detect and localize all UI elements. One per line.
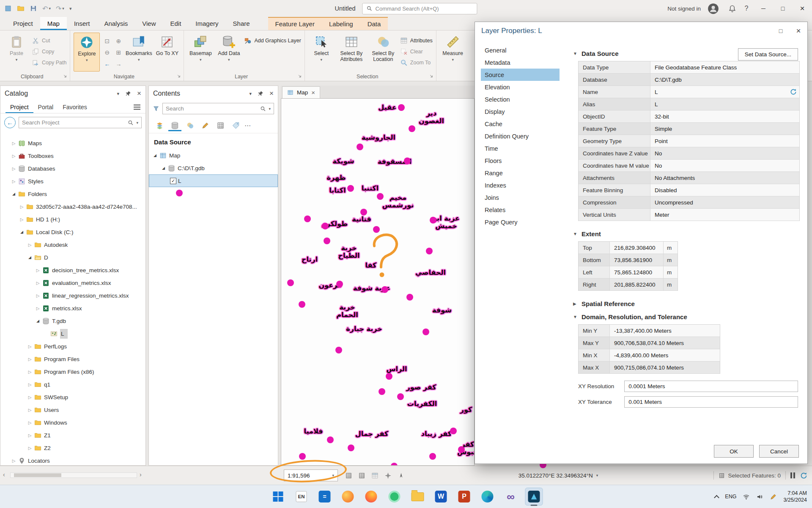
catalog-item-evaluation-metrics-xlsx[interactable]: ▷evaluation_metrics.xlsx (0, 276, 145, 289)
contents-pin-icon[interactable] (258, 91, 263, 97)
ribbon-tab-insert[interactable]: Insert (67, 17, 97, 30)
copy-button[interactable]: Copy (32, 48, 66, 55)
contents-close-icon[interactable]: × (269, 89, 274, 98)
expander-icon[interactable]: ▷ (26, 433, 33, 438)
properties-nav-indexes[interactable]: Indexes (481, 179, 560, 191)
taskbar-icon-firefox[interactable] (363, 488, 380, 505)
contents-item-gdb[interactable]: ◢ C:\D\T.gdb (149, 162, 278, 174)
catalog-item-maps[interactable]: ▷Maps (0, 137, 145, 149)
ribbon-tab-project[interactable]: Project (6, 17, 40, 30)
add-graphics-layer-button[interactable]: Add Graphics Layer (244, 37, 301, 44)
expander-icon[interactable]: ◢ (18, 230, 25, 234)
catalog-item-z1[interactable]: ▷Z1 (0, 429, 145, 442)
catalog-item-users[interactable]: ▷Users (0, 403, 145, 416)
properties-nav-general[interactable]: General (481, 44, 560, 56)
cancel-button[interactable]: Cancel (759, 445, 799, 458)
expander-icon[interactable]: ▷ (10, 458, 17, 463)
search-caret-icon[interactable]: ▾ (269, 107, 271, 111)
ok-button[interactable]: OK (714, 445, 754, 458)
expander-icon[interactable]: ▷ (10, 141, 17, 146)
properties-nav-relates[interactable]: Relates (481, 204, 560, 216)
open-project-icon[interactable] (17, 5, 25, 12)
list-by-editing-icon[interactable] (199, 120, 212, 131)
expander-icon[interactable]: ▷ (18, 204, 25, 209)
properties-nav-joins[interactable]: Joins (481, 191, 560, 204)
catalog-item-linear-regression-metrics-xlsx[interactable]: ▷linear_regression_metrics.xlsx (0, 289, 145, 302)
save-project-icon[interactable] (30, 5, 37, 12)
properties-nav-cache[interactable]: Cache (481, 118, 560, 130)
ribbon-tab-share[interactable]: Share (226, 17, 257, 30)
expander-icon[interactable]: ◢ (26, 255, 33, 260)
expander-icon[interactable]: ▷ (26, 420, 33, 425)
catalog-horizontal-scrollbar[interactable] (10, 472, 137, 478)
properties-nav-floors[interactable]: Floors (481, 155, 560, 167)
dialog-maximize-icon[interactable]: □ (772, 22, 790, 40)
next-extent-icon[interactable]: → (113, 59, 123, 69)
command-search-input[interactable]: Command Search (Alt+Q) (362, 3, 477, 14)
expander-icon[interactable]: ▷ (10, 179, 17, 184)
catalog-item-hd-1-h[interactable]: ▷HD 1 (H:) (0, 213, 145, 226)
catalog-tab-favorites[interactable]: Favorites (58, 101, 92, 113)
catalog-item-databases[interactable]: ▷Databases (0, 162, 145, 175)
layer-symbol-point[interactable] (176, 190, 183, 196)
catalog-item-t-gdb[interactable]: ◢T.gdb (0, 315, 145, 327)
minimize-button[interactable]: ─ (754, 0, 773, 17)
catalog-search-input[interactable]: Search Project ▾ (19, 117, 142, 128)
fixed-zoom-in-icon[interactable]: ⊕ (113, 36, 123, 46)
contents-search-input[interactable]: Search ▾ (162, 103, 274, 114)
basemap-button[interactable]: Basemap▾ (187, 33, 214, 72)
notifications-bell-icon[interactable] (725, 0, 739, 17)
customize-toolbar-icon[interactable]: ▾ (69, 6, 72, 11)
help-icon[interactable]: ? (739, 0, 754, 17)
filter-funnel-icon[interactable] (153, 105, 159, 112)
map-canvas[interactable]: عقيلدير الغصونالجاروشيةشويكةالمسقوفةظهرة… (281, 98, 475, 466)
undo-caret-icon[interactable]: ▾ (49, 6, 51, 11)
clear-selection-button[interactable]: Clear (400, 48, 433, 55)
layer-visibility-checkbox[interactable]: ✓ (170, 178, 176, 184)
expander-icon[interactable]: ◢ (151, 153, 159, 157)
dialog-close-icon[interactable]: × (790, 22, 807, 40)
catalog-menu-caret-icon[interactable]: ▾ (117, 91, 120, 97)
taskbar-icon-calculator[interactable]: = (316, 488, 333, 505)
selected-features-status[interactable]: Selected Features: 0 (719, 472, 781, 479)
expander-icon[interactable]: ▷ (34, 281, 41, 285)
close-button[interactable]: × (793, 0, 812, 17)
catalog-tab-project[interactable]: Project (5, 101, 33, 113)
expander-icon[interactable]: ▷ (26, 382, 33, 387)
catalog-back-button[interactable]: ← (4, 117, 16, 128)
list-by-snapping-icon[interactable] (214, 120, 227, 131)
sign-in-status[interactable]: Not signed in (667, 6, 701, 12)
expander-icon[interactable]: ◢ (10, 192, 17, 196)
coords-caret-icon[interactable]: ▾ (596, 473, 598, 478)
ribbon-tab-imagery[interactable]: Imagery (188, 17, 225, 30)
collapse-chevron-icon[interactable]: ▼ (573, 232, 578, 236)
catalog-pin-icon[interactable] (125, 91, 131, 97)
properties-nav-elevation[interactable]: Elevation (481, 81, 560, 93)
project-icon[interactable] (4, 5, 12, 12)
section-spatial-reference[interactable]: ▶Spatial Reference (573, 300, 798, 307)
expander-icon[interactable]: ◢ (34, 319, 41, 323)
expander-icon[interactable]: ▷ (26, 446, 33, 450)
taskbar-icon-word[interactable]: W (433, 488, 450, 505)
explore-tool-button[interactable]: Explore▾ (74, 33, 100, 72)
pen-icon[interactable] (770, 493, 777, 500)
more-views-icon[interactable]: ⋯ (244, 122, 251, 130)
pause-drawing-icon[interactable] (790, 472, 795, 478)
list-by-drawing-order-icon[interactable] (153, 120, 166, 131)
start-button[interactable] (270, 488, 287, 505)
catalog-item-local-disk-c[interactable]: ◢Local Disk (C:) (0, 226, 145, 238)
clock[interactable]: 7:04 AM 3/25/2024 (783, 490, 807, 504)
chart-icon[interactable] (370, 470, 380, 480)
catalog-item-l[interactable]: L (0, 327, 145, 340)
layer-launcher-icon[interactable] (297, 74, 303, 79)
expand-chevron-icon[interactable]: ▶ (573, 301, 578, 306)
catalog-item-decision-tree-metrics-xlsx[interactable]: ▷decision_tree_metrics.xlsx (0, 264, 145, 276)
measure-button[interactable]: Measure▾ (440, 33, 466, 72)
tray-language[interactable]: ENG (725, 494, 736, 500)
catalog-item-autodesk[interactable]: ▷Autodesk (0, 238, 145, 251)
taskbar-icon-powerpoint[interactable]: P (456, 488, 473, 505)
wifi-icon[interactable] (743, 493, 750, 500)
contents-menu-caret-icon[interactable]: ▾ (250, 91, 252, 97)
select-by-attributes-button[interactable]: Select By Attributes (337, 33, 366, 72)
cut-button[interactable]: Cut (32, 37, 66, 44)
